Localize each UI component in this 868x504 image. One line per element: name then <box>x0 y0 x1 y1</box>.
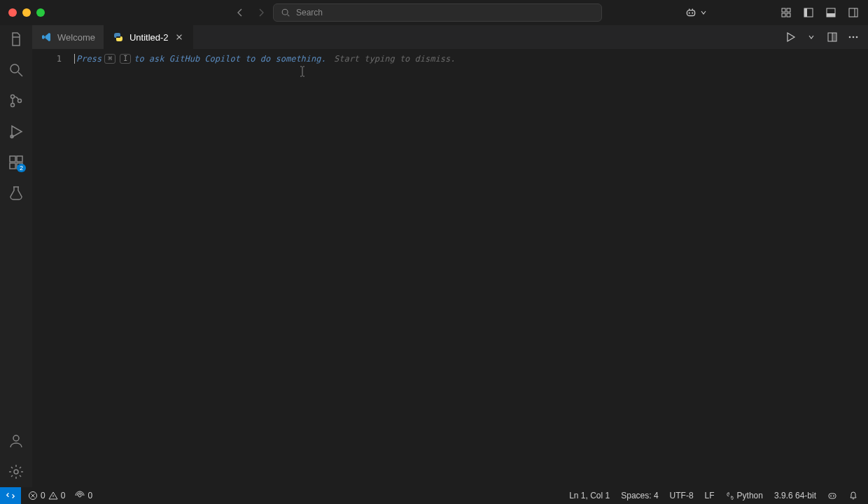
editor-group: Welcome Untitled-2 <box>32 25 868 487</box>
toggle-panel-icon[interactable] <box>825 6 837 19</box>
svg-line-17 <box>18 72 22 76</box>
svg-rect-2 <box>687 10 694 16</box>
svg-point-33 <box>853 36 855 38</box>
nav-back-button[interactable] <box>234 7 246 18</box>
settings-gear-icon[interactable] <box>8 463 24 480</box>
status-ports-count: 0 <box>88 491 92 500</box>
svg-point-34 <box>856 36 858 38</box>
svg-point-18 <box>11 95 15 99</box>
copilot-button[interactable] <box>685 6 707 19</box>
window-close-button[interactable] <box>8 8 17 17</box>
customize-layout-icon[interactable] <box>780 6 792 19</box>
vscode-icon <box>41 31 52 43</box>
keycap-i: I <box>120 54 131 64</box>
tab-label: Welcome <box>57 32 95 43</box>
accounts-icon[interactable] <box>8 433 24 449</box>
search-icon <box>281 8 290 18</box>
title-layout-buttons <box>780 6 860 19</box>
svg-rect-25 <box>17 156 22 162</box>
svg-point-39 <box>830 496 832 497</box>
tab-label: Untitled-2 <box>130 32 169 43</box>
svg-point-40 <box>833 496 834 497</box>
text-cursor <box>74 54 75 64</box>
svg-point-3 <box>689 12 690 13</box>
line-number: 1 <box>32 52 62 66</box>
svg-rect-38 <box>829 493 836 498</box>
status-interpreter[interactable]: 3.9.6 64-bit <box>774 491 816 500</box>
run-debug-icon[interactable] <box>8 123 24 140</box>
svg-rect-23 <box>10 163 15 169</box>
toggle-primary-sidebar-icon[interactable] <box>802 6 815 19</box>
nav-buttons <box>234 7 267 18</box>
source-control-icon[interactable] <box>8 92 24 109</box>
svg-rect-5 <box>782 8 785 12</box>
status-notifications-icon[interactable] <box>848 491 858 500</box>
search-placeholder-label: Search <box>296 8 323 18</box>
editor-tab-actions <box>784 25 868 49</box>
close-icon[interactable] <box>174 32 184 42</box>
status-eol[interactable]: LF <box>705 491 715 500</box>
svg-rect-10 <box>804 8 807 17</box>
status-warnings-count: 0 <box>61 491 66 500</box>
toggle-secondary-sidebar-icon[interactable] <box>847 6 860 19</box>
run-dropdown-icon[interactable] <box>805 31 818 43</box>
search-icon[interactable] <box>8 62 24 78</box>
svg-point-20 <box>18 99 22 103</box>
tab-welcome[interactable]: Welcome <box>32 25 104 49</box>
testing-icon[interactable] <box>8 185 24 202</box>
svg-point-0 <box>282 9 288 15</box>
command-center-search[interactable]: Search <box>273 4 602 22</box>
svg-rect-22 <box>10 156 15 162</box>
vscode-window: Search <box>0 0 868 504</box>
split-editor-icon[interactable] <box>826 31 839 43</box>
window-minimize-button[interactable] <box>22 8 31 17</box>
status-encoding[interactable]: UTF-8 <box>670 491 694 500</box>
editor-content[interactable]: Press ⌘ I to ask GitHub Copilot to do so… <box>74 49 868 487</box>
status-copilot-icon[interactable] <box>827 491 837 500</box>
svg-point-28 <box>14 470 18 474</box>
python-file-icon <box>113 31 124 43</box>
status-errors-count: 0 <box>41 491 46 500</box>
editor-area[interactable]: 1 Press ⌘ I to ask GitHub Copilot to do … <box>32 49 868 487</box>
ibeam-cursor-icon <box>298 66 307 77</box>
more-actions-icon[interactable] <box>847 31 860 43</box>
svg-line-1 <box>288 15 290 17</box>
line-gutter: 1 <box>32 49 74 487</box>
extensions-icon[interactable]: 2 <box>8 154 24 171</box>
svg-rect-12 <box>827 13 835 17</box>
svg-point-32 <box>849 36 851 38</box>
svg-point-4 <box>692 12 693 13</box>
svg-rect-8 <box>787 13 790 17</box>
status-language[interactable]: Python <box>726 491 763 500</box>
status-indent[interactable]: Spaces: 4 <box>621 491 658 500</box>
status-ports[interactable]: 0 <box>75 491 92 500</box>
status-bar: 0 0 0 Ln 1, Col 1 Spaces: 4 UTF-8 LF Pyt… <box>0 487 868 504</box>
copilot-hint-press: Press <box>76 52 102 66</box>
copilot-hint-rest: to ask GitHub Copilot to do something. <box>134 52 326 66</box>
window-maximize-button[interactable] <box>36 8 45 17</box>
svg-point-16 <box>10 64 19 73</box>
svg-rect-7 <box>782 13 785 17</box>
svg-rect-6 <box>787 8 790 12</box>
svg-rect-31 <box>832 33 836 41</box>
title-bar: Search <box>0 0 868 25</box>
nav-forward-button[interactable] <box>255 7 267 18</box>
tab-untitled-2[interactable]: Untitled-2 <box>104 25 193 49</box>
extensions-badge: 2 <box>17 164 26 172</box>
tabs-bar: Welcome Untitled-2 <box>32 25 868 49</box>
svg-point-37 <box>78 494 81 497</box>
status-cursor-pos[interactable]: Ln 1, Col 1 <box>569 491 610 500</box>
explorer-icon[interactable] <box>8 31 24 48</box>
svg-point-27 <box>13 435 19 441</box>
svg-point-19 <box>11 104 15 107</box>
window-traffic-lights <box>8 8 45 17</box>
copilot-hint-dismiss: Start typing to dismiss. <box>334 52 455 66</box>
status-problems[interactable]: 0 0 <box>28 491 65 500</box>
run-file-button[interactable] <box>784 31 797 43</box>
keycap-cmd: ⌘ <box>104 54 115 64</box>
remote-button[interactable] <box>0 487 21 504</box>
activity-bar: 2 <box>0 25 32 487</box>
